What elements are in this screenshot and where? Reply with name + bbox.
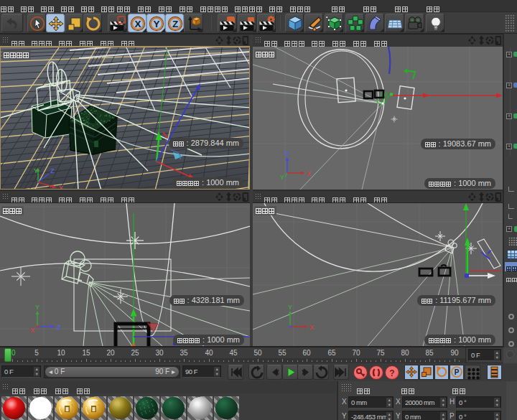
svg-text:P: P xyxy=(455,368,460,376)
svg-text:Y: Y xyxy=(153,19,159,29)
svg-text:X: X xyxy=(30,327,34,334)
svg-text:Z: Z xyxy=(172,19,178,29)
svg-text:Z: Z xyxy=(50,167,55,174)
svg-text:Z: Z xyxy=(57,324,61,331)
svg-text:Y: Y xyxy=(34,167,38,174)
svg-text:X: X xyxy=(134,19,141,29)
svg-text:Z: Z xyxy=(285,150,289,157)
svg-text:Y: Y xyxy=(35,304,39,311)
svg-text:Y: Y xyxy=(280,174,284,181)
svg-text:X: X xyxy=(309,324,314,331)
svg-text:X: X xyxy=(59,185,63,189)
svg-text:Y: Y xyxy=(288,304,292,311)
svg-text:?: ? xyxy=(389,368,394,378)
svg-text:X: X xyxy=(307,170,311,177)
